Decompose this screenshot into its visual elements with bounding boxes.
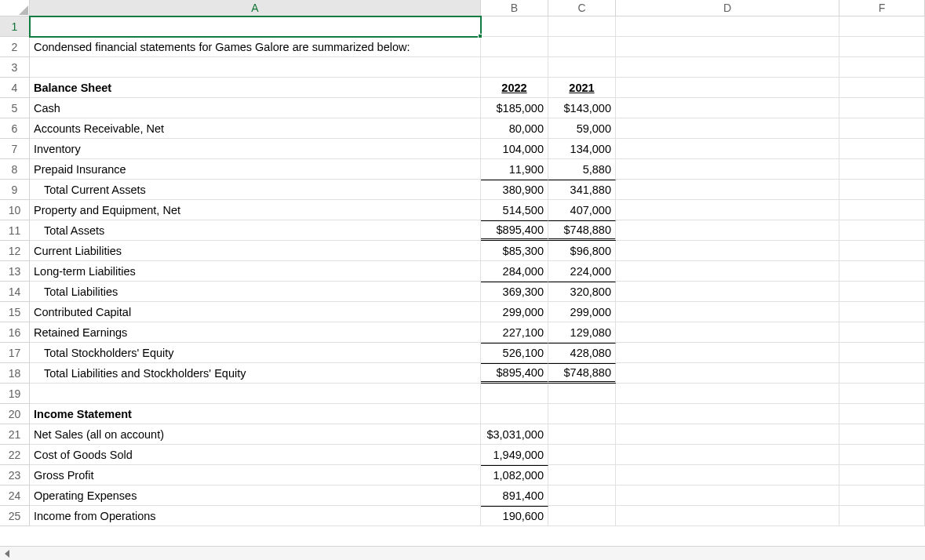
cell-B16[interactable]: 227,100 [481, 322, 548, 343]
cell-D7[interactable] [616, 139, 839, 159]
cell-C23[interactable] [548, 465, 616, 485]
cell-B11[interactable]: $895,400 [481, 220, 548, 241]
cell-D5[interactable] [616, 98, 839, 118]
row-header-11[interactable]: 11 [0, 220, 30, 241]
row-header-14[interactable]: 14 [0, 282, 30, 302]
row-header-19[interactable]: 19 [0, 384, 30, 404]
cell-F8[interactable] [839, 159, 925, 180]
cell-C7[interactable]: 134,000 [548, 139, 616, 159]
cell-D1[interactable] [616, 16, 839, 37]
cell-F6[interactable] [839, 118, 925, 139]
cell-C25[interactable] [548, 506, 616, 526]
cell-F7[interactable] [839, 139, 925, 159]
cell-F2[interactable] [839, 37, 925, 57]
col-header-D[interactable]: D [616, 0, 839, 16]
cell-A6[interactable]: Accounts Receivable, Net [30, 118, 481, 139]
cell-A14[interactable]: Total Liabilities [30, 282, 481, 302]
cell-D12[interactable] [616, 241, 839, 261]
row-header-8[interactable]: 8 [0, 159, 30, 180]
cell-D15[interactable] [616, 302, 839, 322]
scroll-left-button[interactable] [0, 547, 14, 561]
cell-B5[interactable]: $185,000 [481, 98, 548, 118]
row-header-3[interactable]: 3 [0, 57, 30, 78]
spreadsheet-grid[interactable]: A B C D F 1 2 Condensed financial statem… [0, 0, 925, 526]
cell-D11[interactable] [616, 220, 839, 241]
cell-D21[interactable] [616, 424, 839, 445]
cell-D14[interactable] [616, 282, 839, 302]
cell-F17[interactable] [839, 343, 925, 363]
cell-C4[interactable]: 2021 [548, 78, 616, 98]
row-header-10[interactable]: 10 [0, 200, 30, 220]
cell-C5[interactable]: $143,000 [548, 98, 616, 118]
col-header-B[interactable]: B [481, 0, 548, 16]
cell-C9[interactable]: 341,880 [548, 180, 616, 200]
cell-B3[interactable] [481, 57, 548, 78]
scroll-track[interactable] [14, 547, 925, 561]
cell-C13[interactable]: 224,000 [548, 261, 616, 282]
cell-A8[interactable]: Prepaid Insurance [30, 159, 481, 180]
row-header-17[interactable]: 17 [0, 343, 30, 363]
cell-C16[interactable]: 129,080 [548, 322, 616, 343]
cell-D18[interactable] [616, 363, 839, 384]
cell-A23[interactable]: Gross Profit [30, 465, 481, 485]
cell-D24[interactable] [616, 485, 839, 506]
row-header-23[interactable]: 23 [0, 465, 30, 485]
cell-D23[interactable] [616, 465, 839, 485]
row-header-18[interactable]: 18 [0, 363, 30, 384]
select-all-corner[interactable] [0, 0, 30, 16]
row-header-5[interactable]: 5 [0, 98, 30, 118]
cell-D8[interactable] [616, 159, 839, 180]
col-header-C[interactable]: C [548, 0, 616, 16]
cell-D19[interactable] [616, 384, 839, 404]
cell-B12[interactable]: $85,300 [481, 241, 548, 261]
cell-F18[interactable] [839, 363, 925, 384]
cell-A24[interactable]: Operating Expenses [30, 485, 481, 506]
cell-C3[interactable] [548, 57, 616, 78]
cell-B21[interactable]: $3,031,000 [481, 424, 548, 445]
cell-D4[interactable] [616, 78, 839, 98]
row-header-4[interactable]: 4 [0, 78, 30, 98]
cell-B20[interactable] [481, 404, 548, 424]
cell-C2[interactable] [548, 37, 616, 57]
cell-A15[interactable]: Contributed Capital [30, 302, 481, 322]
row-header-1[interactable]: 1 [0, 16, 30, 37]
cell-C10[interactable]: 407,000 [548, 200, 616, 220]
cell-D17[interactable] [616, 343, 839, 363]
cell-B17[interactable]: 526,100 [481, 343, 548, 363]
cell-A4[interactable]: Balance Sheet [30, 78, 481, 98]
cell-D20[interactable] [616, 404, 839, 424]
fill-handle[interactable] [478, 34, 483, 38]
row-header-12[interactable]: 12 [0, 241, 30, 261]
cell-F22[interactable] [839, 445, 925, 465]
cell-B19[interactable] [481, 384, 548, 404]
cell-A7[interactable]: Inventory [30, 139, 481, 159]
cell-D9[interactable] [616, 180, 839, 200]
row-header-24[interactable]: 24 [0, 485, 30, 506]
cell-A10[interactable]: Property and Equipment, Net [30, 200, 481, 220]
cell-C21[interactable] [548, 424, 616, 445]
cell-F13[interactable] [839, 261, 925, 282]
cell-F24[interactable] [839, 485, 925, 506]
cell-F3[interactable] [839, 57, 925, 78]
cell-B14[interactable]: 369,300 [481, 282, 548, 302]
row-header-2[interactable]: 2 [0, 37, 30, 57]
col-header-F[interactable]: F [839, 0, 925, 16]
cell-B6[interactable]: 80,000 [481, 118, 548, 139]
row-header-21[interactable]: 21 [0, 424, 30, 445]
cell-F19[interactable] [839, 384, 925, 404]
row-header-9[interactable]: 9 [0, 180, 30, 200]
row-header-6[interactable]: 6 [0, 118, 30, 139]
row-header-15[interactable]: 15 [0, 302, 30, 322]
cell-B23[interactable]: 1,082,000 [481, 465, 548, 485]
cell-D25[interactable] [616, 506, 839, 526]
cell-F25[interactable] [839, 506, 925, 526]
cell-C15[interactable]: 299,000 [548, 302, 616, 322]
cell-A3[interactable] [30, 57, 481, 78]
cell-C6[interactable]: 59,000 [548, 118, 616, 139]
cell-D16[interactable] [616, 322, 839, 343]
cell-B4[interactable]: 2022 [481, 78, 548, 98]
cell-F20[interactable] [839, 404, 925, 424]
cell-A5[interactable]: Cash [30, 98, 481, 118]
cell-D13[interactable] [616, 261, 839, 282]
cell-B25[interactable]: 190,600 [481, 506, 548, 526]
